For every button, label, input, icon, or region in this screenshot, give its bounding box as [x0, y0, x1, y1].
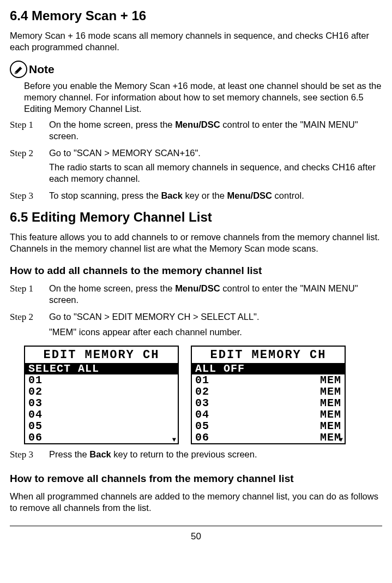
- text: key to return to the previous screen.: [111, 449, 257, 459]
- steps-6-5-add: Step 1 On the home screen, press the Men…: [10, 283, 382, 340]
- lcd-row: 04MEM: [192, 409, 345, 420]
- bold-text: Menu/DSC: [227, 191, 273, 200]
- lcd-row: 04: [25, 409, 178, 420]
- step-row: Step 3 To stop scanning, press the Back …: [10, 190, 382, 204]
- step-body: Go to "SCAN > MEMORY SCAN+16". The radio…: [49, 147, 382, 186]
- lcd-row-left: 05: [195, 420, 209, 432]
- bold-text: Menu/DSC: [175, 120, 220, 129]
- text: On the home screen, press the: [49, 283, 175, 293]
- lcd-row-right: MEM: [320, 397, 341, 409]
- lcd-row-left: 05: [28, 420, 43, 432]
- lcd-row: 06: [25, 432, 178, 443]
- text: The radio starts to scan all memory chan…: [49, 162, 382, 185]
- lcd-row: 03MEM: [192, 397, 345, 409]
- step-row: Step 2 Go to "SCAN > EDIT MEMORY CH > SE…: [10, 311, 382, 340]
- step-body: On the home screen, press the Menu/DSC c…: [49, 283, 382, 308]
- intro-6-5: This feature allows you to add channels …: [10, 231, 382, 254]
- lcd-row: 02: [25, 386, 178, 397]
- lcd-row-right: MEM: [320, 374, 341, 386]
- step-row: Step 1 On the home screen, press the Men…: [10, 119, 382, 144]
- step-label: Step 1: [10, 283, 49, 308]
- lcd-row: SELECT ALL: [25, 363, 178, 374]
- lcd-row-left: ALL OFF: [195, 363, 245, 374]
- lcd-row-left: 03: [28, 397, 43, 409]
- lcd-row-right: MEM: [320, 386, 341, 397]
- lcd-row-right: MEM: [320, 409, 341, 420]
- lcd-row-left: 03: [195, 397, 209, 409]
- lcd-title: EDIT MEMORY CH: [192, 347, 345, 363]
- step-body: To stop scanning, press the Back key or …: [49, 190, 382, 204]
- step-body: Press the Back key to return to the prev…: [49, 449, 382, 462]
- heading-6-5: 6.5 Editing Memory Channel List: [10, 209, 382, 226]
- lcd-row: 02MEM: [192, 386, 345, 397]
- note-label: Note: [29, 62, 55, 77]
- steps-6-4: Step 1 On the home screen, press the Men…: [10, 119, 382, 204]
- lcd-screens: EDIT MEMORY CH SELECT ALL010203040506 ▼ …: [24, 346, 382, 444]
- scroll-down-icon: ▼: [172, 437, 176, 443]
- subheading-add: How to add all channels to the memory ch…: [10, 264, 382, 277]
- lcd-row: 01MEM: [192, 374, 345, 386]
- lcd-row-left: 06: [195, 432, 209, 443]
- lcd-row-left: 01: [195, 374, 209, 386]
- page-footer: 50: [10, 526, 382, 543]
- step-label: Step 3: [10, 190, 49, 204]
- lcd-row-left: 02: [195, 386, 209, 397]
- lcd-screen-right: EDIT MEMORY CH ALL OFF01MEM02MEM03MEM04M…: [191, 346, 346, 444]
- lcd-row: 05MEM: [192, 420, 345, 432]
- step-body: On the home screen, press the Menu/DSC c…: [49, 119, 382, 144]
- step-row: Step 1 On the home screen, press the Men…: [10, 283, 382, 308]
- intro-6-4: Memory Scan + 16 mode scans all memory c…: [10, 30, 382, 53]
- text: Go to "SCAN > MEMORY SCAN+16".: [49, 147, 382, 159]
- text: Press the: [49, 449, 89, 459]
- lcd-row: ALL OFF: [192, 363, 345, 374]
- step-body: Go to "SCAN > EDIT MEMORY CH > SELECT AL…: [49, 311, 382, 340]
- lcd-row-left: 04: [195, 409, 209, 420]
- bold-text: Menu/DSC: [175, 283, 220, 293]
- bold-text: Back: [161, 191, 182, 200]
- note-body: Before you enable the Memory Scan +16 mo…: [24, 80, 382, 115]
- scroll-down-icon: ▼: [339, 437, 343, 443]
- note-icon: [10, 61, 27, 78]
- lcd-row: 03: [25, 397, 178, 409]
- subheading-remove: How to remove all channels from the memo…: [10, 472, 382, 485]
- lcd-row-left: 04: [28, 409, 43, 420]
- steps-6-5-add-cont: Step 3 Press the Back key to return to t…: [10, 449, 382, 462]
- step-row: Step 2 Go to "SCAN > MEMORY SCAN+16". Th…: [10, 147, 382, 186]
- step-label: Step 2: [10, 311, 49, 340]
- text: Go to "SCAN > EDIT MEMORY CH > SELECT AL…: [49, 311, 382, 323]
- text: On the home screen, press the: [49, 120, 175, 129]
- text: control.: [272, 191, 304, 200]
- remove-intro: When all programmed channels are added t…: [10, 491, 382, 514]
- text: key or the: [183, 191, 227, 200]
- text: To stop scanning, press the: [49, 191, 161, 200]
- lcd-title: EDIT MEMORY CH: [25, 347, 178, 363]
- lcd-row: 06MEM: [192, 432, 345, 443]
- lcd-row-left: 02: [28, 386, 43, 397]
- lcd-row-right: MEM: [320, 432, 341, 443]
- lcd-row-left: 06: [28, 432, 43, 443]
- heading-6-4: 6.4 Memory Scan + 16: [10, 8, 382, 25]
- lcd-row: 01: [25, 374, 178, 386]
- bold-text: Back: [89, 449, 111, 459]
- lcd-row-left: SELECT ALL: [28, 363, 99, 374]
- note-block: Note Before you enable the Memory Scan +…: [10, 61, 382, 115]
- step-label: Step 1: [10, 119, 49, 144]
- step-row: Step 3 Press the Back key to return to t…: [10, 449, 382, 462]
- step-label: Step 3: [10, 449, 49, 462]
- page-number: 50: [191, 531, 201, 542]
- lcd-screen-left: EDIT MEMORY CH SELECT ALL010203040506 ▼: [24, 346, 179, 444]
- lcd-row-left: 01: [28, 374, 43, 386]
- lcd-row-right: MEM: [320, 420, 341, 432]
- lcd-row: 05: [25, 420, 178, 432]
- text: "MEM" icons appear after each channel nu…: [49, 326, 382, 338]
- step-label: Step 2: [10, 147, 49, 186]
